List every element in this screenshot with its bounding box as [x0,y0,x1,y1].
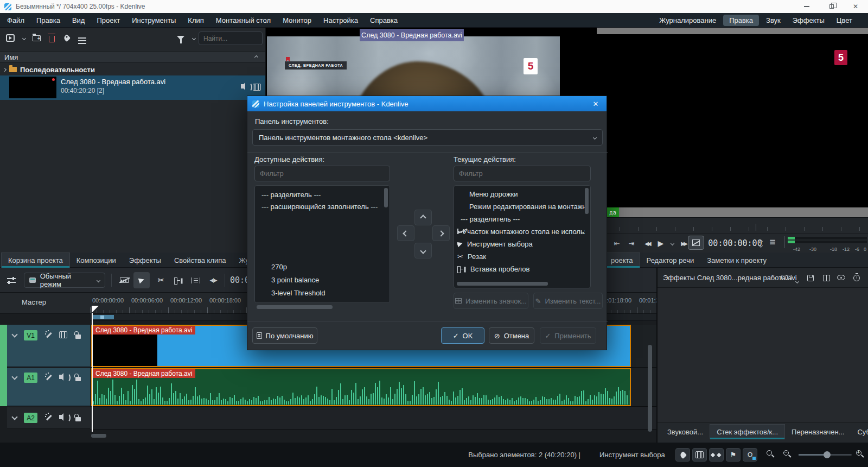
effects-wand-icon[interactable] [44,330,53,339]
spacer-tool-button[interactable] [170,272,187,288]
tab-1[interactable]: Звуковой... [661,425,710,440]
filter-chevron-icon[interactable] [188,32,200,44]
current-filter-input[interactable] [454,166,591,181]
action-item[interactable]: Режим редактирования на монтажном ст [469,200,585,212]
selection-tool-button[interactable] [133,272,150,288]
zoom-slider-handle[interactable] [824,451,831,458]
tag-toggle-button[interactable] [675,448,690,462]
monitor-timecode[interactable]: 00:00:00:00 [711,235,760,251]
tab-2[interactable]: Композиции [70,253,123,268]
show-effects-icon[interactable] [837,275,845,280]
move-down-button[interactable] [414,243,432,258]
zone-mode-button[interactable] [688,236,704,250]
collapse-track-icon[interactable] [11,331,17,337]
menu-item[interactable]: Файл [1,15,30,26]
close-button[interactable]: ✕ [847,0,864,13]
action-item[interactable]: Участок монтажного стола не используе [457,225,585,237]
defaults-button[interactable]: По умолчанию [252,327,317,344]
available-filter-input[interactable] [254,166,390,181]
track-header-a2[interactable]: A2 [7,407,90,429]
play-button[interactable]: ▶ [654,235,667,251]
bin-menu-button[interactable] [76,32,88,44]
link-icon[interactable] [781,275,792,280]
timeline-clip-audio[interactable]: След 3080 - Вредная работа.avi [91,368,631,406]
thumbnails-toggle-button[interactable] [692,448,707,462]
move-right-button[interactable] [432,225,450,241]
delete-button[interactable] [46,32,58,44]
tab-3[interactable]: Переназначен... [785,425,851,440]
available-horizontal-scrollbar[interactable] [257,305,333,309]
tag-icon[interactable] [61,32,73,44]
project-monitor-video[interactable] [597,34,868,207]
dialog-close-button[interactable]: ✕ [590,100,602,108]
edit-mode-dropdown[interactable]: Обычный режим [24,273,105,288]
effects-wand-icon[interactable] [44,373,53,381]
menu-item[interactable]: Инструменты [126,15,182,26]
maximize-button[interactable] [824,0,840,13]
action-item[interactable]: 270p [271,261,384,273]
zoom-slider[interactable] [799,454,852,456]
tab-4[interactable]: Субтитры [851,425,868,440]
action-item[interactable]: 3-level Threshold [271,287,384,299]
timeline-vertical-scrollbar[interactable] [648,345,652,432]
move-left-button[interactable] [397,225,414,241]
timeline-zone[interactable] [92,315,114,319]
action-item[interactable]: --- разделитель --- [261,188,384,200]
track-header-v1[interactable]: V1 [7,325,90,367]
change-icon-button[interactable]: Изменить значок... [454,293,528,309]
track-header-a1[interactable]: A1 [7,368,90,406]
playhead-flag[interactable] [92,306,99,313]
menu-item[interactable]: Цвет [831,15,858,26]
toolbar-select-dropdown[interactable]: Панель инструментов монтажного стола <kd… [252,129,603,146]
apply-button[interactable]: ✓Применить [540,327,596,344]
clip-properties-icon[interactable] [4,32,16,44]
action-item[interactable]: --- расширяющийся заполнитель --- [261,200,384,212]
action-item[interactable]: --- разделитель --- [461,213,585,225]
menu-item[interactable]: Правка [30,15,66,26]
tab-1[interactable]: Корзина проекта [1,253,70,268]
timeline-horizontal-scrollbar[interactable] [91,434,106,438]
action-item[interactable]: Инструмент выбора [457,238,585,250]
cancel-button[interactable]: ⊘Отмена [489,327,534,344]
action-item[interactable]: Вставка пробелов [457,263,585,275]
expander-icon[interactable] [3,67,7,71]
track-settings-icon[interactable] [3,272,20,288]
search-input[interactable] [199,31,263,45]
menu-item[interactable]: Справка [364,15,404,26]
reset-icon[interactable] [853,275,860,281]
filter-funnel-icon[interactable] [175,32,187,44]
menu-item[interactable]: Монитор [277,15,317,26]
zone-out-button[interactable]: ⇥ [625,235,638,251]
change-text-button[interactable]: ✎Изменить текст... [533,293,603,309]
menu-item[interactable]: Вид [66,15,91,26]
zone-in-out-button[interactable] [188,272,204,288]
playhead-line[interactable] [92,313,93,432]
slip-tool-button[interactable]: ◀|▶ [205,272,221,288]
lock-track-icon[interactable] [75,377,81,381]
menu-item[interactable]: Проект [91,15,126,26]
menu-item[interactable]: Звук [760,15,787,26]
track-badge-a2[interactable]: A2 [24,413,37,423]
zoom-in-button[interactable]: + [856,449,861,457]
action-item[interactable]: ✂Резак [457,250,585,262]
current-horizontal-scrollbar[interactable] [457,282,548,286]
track-lane-a2[interactable] [90,407,656,430]
current-actions-list[interactable]: Меню дорожкиРежим редактирования на монт… [454,185,591,288]
lock-track-icon[interactable] [75,335,81,339]
timecode-spinner[interactable] [757,235,764,251]
chevron-down-icon[interactable] [18,32,30,44]
ok-button[interactable]: ✓OK [441,327,484,344]
tab-4[interactable]: Свойства клипа [168,253,233,268]
timeline-use-icon[interactable] [116,272,132,288]
action-item[interactable]: Меню дорожки [469,188,585,200]
collapse-track-icon[interactable] [11,414,17,420]
menu-item[interactable]: Настройка [317,15,364,26]
master-button[interactable]: Мастер [22,298,46,306]
dialog-titlebar[interactable]: Настройка панелей инструментов - Kdenliv… [247,96,607,111]
track-target-strip[interactable] [0,325,7,406]
rewind-button[interactable]: ◀◀ [640,235,654,251]
menu-item[interactable]: Правка [723,15,759,26]
razor-tool-button[interactable]: ✂ [153,272,169,288]
tab-2[interactable]: Редактор речи [640,253,701,268]
menu-item[interactable]: Монтажный стол [210,15,277,26]
